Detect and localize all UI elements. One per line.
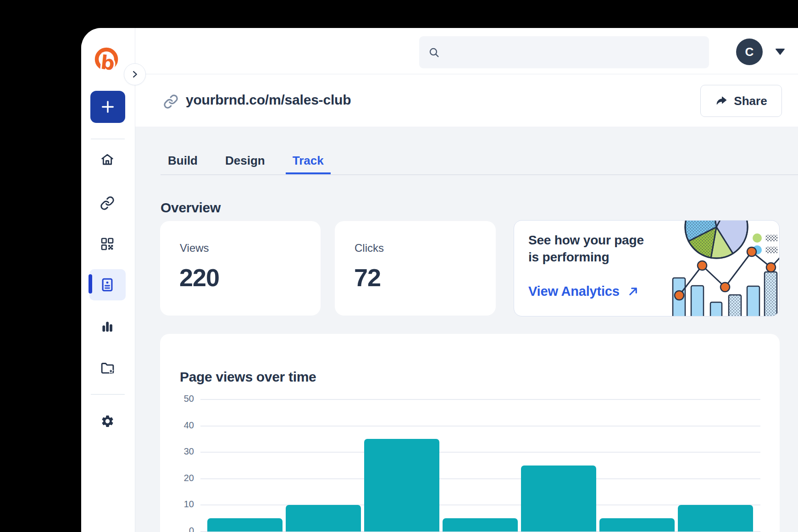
sidebar-item-pages[interactable] (96, 274, 118, 296)
sidebar-divider (91, 394, 125, 395)
chart-bar (207, 518, 283, 532)
search-icon (428, 46, 440, 59)
chevron-down-icon[interactable] (775, 49, 785, 55)
views-value: 220 (179, 263, 219, 292)
page-views-chart-card: Page views over time 01020304050 (160, 334, 780, 532)
sidebar-collapse-button[interactable] (124, 63, 146, 85)
gear-icon (100, 414, 115, 428)
chart-bar (599, 518, 675, 532)
folder-star-icon (100, 360, 115, 376)
tab-design[interactable]: Design (218, 146, 272, 175)
charts-illustration (655, 221, 780, 316)
sidebar-item-links[interactable] (96, 192, 118, 214)
sidebar-item-analytics[interactable] (96, 316, 118, 338)
search-input[interactable] (446, 45, 700, 59)
link-icon (163, 94, 178, 111)
svg-text:b: b (100, 51, 116, 74)
top-bar: C (135, 28, 798, 74)
tab-track[interactable]: Track (286, 146, 331, 175)
avatar[interactable]: C (736, 39, 763, 65)
sidebar-item-settings[interactable] (96, 410, 118, 432)
clicks-stat-card: Clicks 72 (335, 221, 496, 316)
views-label: Views (180, 242, 209, 255)
chevron-right-icon (130, 69, 140, 79)
bitly-logo-icon: b (93, 47, 120, 74)
qr-code-icon (100, 237, 115, 251)
sidebar-item-qr-codes[interactable] (96, 233, 118, 255)
chart-bar (443, 518, 518, 532)
plus-icon (100, 99, 116, 115)
link-in-bio-page-icon (100, 277, 115, 293)
tab-build[interactable]: Build (161, 146, 205, 175)
tab-bar: Build Design Track (161, 146, 331, 175)
link-icon (100, 196, 115, 211)
chart-bar (521, 466, 596, 532)
page-url: yourbrnd.co/m/sales-club (186, 92, 351, 108)
page-url-bar: yourbrnd.co/m/sales-club Share (135, 74, 798, 127)
chart-gridline (200, 478, 760, 479)
chart-ytick-label: 0 (172, 526, 194, 532)
create-new-button[interactable] (90, 91, 125, 123)
sidebar-divider (91, 139, 125, 139)
share-label: Share (734, 94, 767, 108)
chart-bar (286, 505, 361, 532)
view-analytics-link[interactable]: View Analytics (528, 284, 639, 299)
search-bar[interactable] (419, 36, 709, 68)
chart-ytick-label: 10 (172, 499, 194, 510)
sidebar-item-campaigns[interactable] (96, 357, 118, 379)
chart-ytick-label: 40 (172, 420, 194, 431)
content-area: Build Design Track Overview Views 220 Cl… (135, 127, 798, 532)
chart-ytick-label: 50 (172, 393, 194, 404)
clicks-value: 72 (354, 263, 381, 292)
chart-plot: 01020304050 (200, 399, 760, 532)
chart-ytick-label: 20 (172, 473, 194, 483)
sidebar: b (81, 28, 135, 532)
chart-gridline (200, 426, 760, 427)
chart-ytick-label: 30 (172, 446, 194, 457)
chart-gridline (200, 452, 760, 453)
sidebar-item-home[interactable] (96, 149, 118, 171)
overview-heading: Overview (161, 200, 221, 216)
account-menu[interactable]: C (736, 39, 785, 65)
chart-bar (678, 505, 753, 532)
clicks-label: Clicks (355, 242, 384, 255)
tab-bar-divider (161, 174, 798, 175)
home-icon (100, 152, 115, 167)
desktop-background: b (0, 0, 798, 532)
chart-title: Page views over time (180, 369, 316, 385)
chart-gridline (200, 399, 760, 400)
analytics-promo-card: See how your page is performing View Ana… (514, 220, 780, 316)
app-window: b (81, 28, 798, 532)
chart-gridline (200, 504, 760, 505)
bar-chart-icon (100, 320, 114, 333)
share-button[interactable]: Share (700, 85, 782, 117)
sidebar-active-indicator (89, 274, 92, 294)
share-icon (715, 94, 728, 107)
views-stat-card: Views 220 (160, 221, 321, 316)
arrow-up-right-icon (627, 285, 639, 298)
promo-heading: See how your page is performing (528, 232, 644, 266)
chart-bar (364, 439, 439, 532)
